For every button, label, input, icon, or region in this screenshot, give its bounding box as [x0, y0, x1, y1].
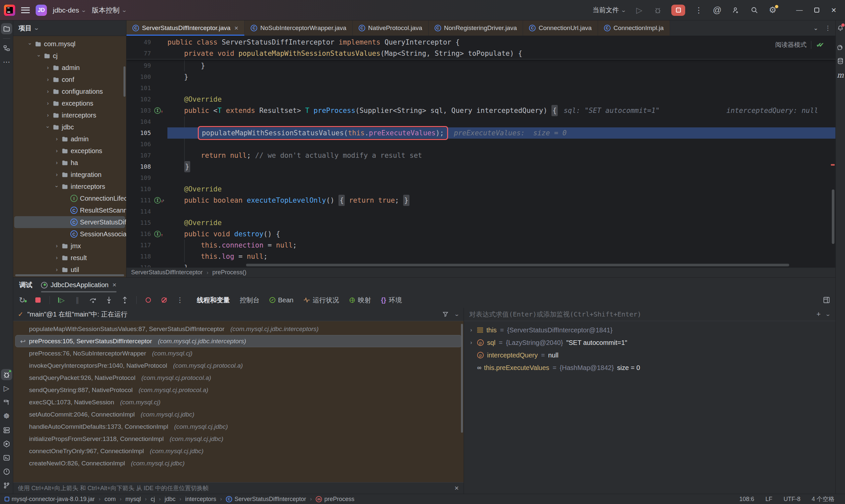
vcs-widget[interactable]: 版本控制 ⌄: [92, 6, 126, 15]
view-breakpoints-button[interactable]: [144, 295, 153, 305]
line-number[interactable]: 105: [126, 127, 152, 139]
step-over-button[interactable]: [89, 295, 98, 305]
services-tool-icon[interactable]: [1, 425, 12, 436]
override-marker-icon[interactable]: I↑: [154, 231, 161, 237]
line-number[interactable]: 115: [126, 217, 152, 229]
line-number[interactable]: 101: [126, 83, 152, 94]
expand-arrow-icon[interactable]: ›: [54, 255, 59, 261]
line-number[interactable]: 108: [126, 161, 152, 172]
tree-vertical-scrollbar[interactable]: [123, 66, 125, 97]
expand-arrow-icon[interactable]: ›: [46, 76, 50, 83]
tree-item-ServerStatusDiffInterceptor[interactable]: CServerStatusDiffInterceptor: [14, 216, 125, 228]
add-watch-icon[interactable]: +: [816, 310, 821, 319]
chevron-down-icon[interactable]: ⌄: [825, 311, 831, 317]
debug-view-tab-Bean[interactable]: Bean: [269, 296, 294, 304]
project-panel-header[interactable]: 项目 ⌄: [13, 20, 126, 36]
error-stripe-mark[interactable]: [831, 164, 835, 166]
line-number[interactable]: 103: [126, 105, 152, 116]
window-close-button[interactable]: ✕: [825, 5, 842, 16]
collapse-arrow-icon[interactable]: ›: [27, 41, 33, 46]
mute-breakpoints-button[interactable]: [160, 295, 169, 305]
override-marker-icon[interactable]: I↑: [154, 197, 161, 204]
status-widget[interactable]: LF: [765, 496, 772, 503]
collapse-arrow-icon[interactable]: ›: [54, 184, 60, 189]
main-menu-icon[interactable]: [21, 7, 30, 13]
stack-frame[interactable]: execSQL:1073, NativeSession(com.mysql.cj…: [15, 396, 462, 408]
line-number[interactable]: 99: [126, 60, 152, 71]
variable-row-sql[interactable]: ›psql = {LazyString@2040} "SET autocommi…: [465, 336, 834, 349]
tree-item-configurations[interactable]: ›configurations: [14, 86, 125, 97]
project-avatar[interactable]: JD: [36, 5, 47, 16]
line-number[interactable]: 77: [126, 48, 152, 59]
line-number[interactable]: 111: [126, 195, 152, 206]
tree-item-ResultSetScannerInterceptor[interactable]: CResultSetScannerInterceptor: [14, 204, 125, 216]
line-number[interactable]: 110: [126, 183, 152, 195]
debug-view-tab-线程和变量[interactable]: 线程和变量: [197, 296, 230, 305]
breadcrumb-item[interactable]: ServerStatusDiffInterceptor: [131, 269, 203, 276]
status-breadcrumb-item[interactable]: CServerStatusDiffInterceptor: [226, 496, 306, 503]
step-into-button[interactable]: [105, 295, 113, 305]
more-actions-icon[interactable]: ⋮: [694, 5, 704, 16]
debug-view-tab-控制台[interactable]: 控制台: [240, 296, 260, 305]
breadcrumb-item[interactable]: preProcess(): [212, 269, 246, 276]
status-breadcrumb-item[interactable]: jdbc: [164, 496, 175, 503]
debug-session-tab[interactable]: JdbcDesApplication ✕: [41, 277, 117, 292]
line-number[interactable]: 109: [126, 172, 152, 183]
project-switcher[interactable]: jdbc-des ⌄: [53, 6, 86, 14]
expand-arrow-icon[interactable]: ›: [46, 88, 50, 94]
window-minimize-button[interactable]: —: [791, 5, 808, 16]
frames-vertical-scrollbar[interactable]: [461, 324, 463, 433]
tree-item-result[interactable]: ›result: [14, 252, 125, 264]
stack-frame[interactable]: ↩preProcess:105, ServerStatusDiffInterce…: [15, 335, 462, 347]
maven-tool-icon[interactable]: m: [836, 69, 845, 80]
editor-tab[interactable]: CConnectionUrl.java: [523, 20, 598, 36]
collapse-arrow-icon[interactable]: ›: [36, 53, 42, 58]
line-number[interactable]: 119: [126, 262, 152, 267]
stack-frame[interactable]: sendQueryPacket:926, NativeProtocol(com.…: [15, 372, 462, 384]
tree-item-cj[interactable]: ›cj: [14, 50, 125, 62]
tree-item-ha[interactable]: ›ha: [14, 157, 125, 169]
project-tool-icon[interactable]: [1, 23, 12, 34]
expand-arrow-icon[interactable]: ›: [54, 172, 59, 178]
line-number[interactable]: 49: [126, 37, 152, 48]
editor-tab[interactable]: CServerStatusDiffInterceptor.java✕: [126, 20, 245, 36]
status-widget[interactable]: 4 个空格: [812, 495, 834, 503]
hidden-tabs-chevron-icon[interactable]: ⌄: [813, 24, 818, 32]
expand-arrow-icon[interactable]: ›: [54, 148, 59, 154]
tree-item-admin[interactable]: ›admin: [14, 62, 125, 74]
editor-horizontal-scrollbar[interactable]: [246, 264, 789, 266]
editor-vertical-scrollbar[interactable]: [832, 190, 834, 244]
status-breadcrumb-item[interactable]: cj: [151, 496, 155, 503]
expand-arrow-icon[interactable]: ›: [54, 160, 59, 166]
filter-funnel-icon[interactable]: [442, 311, 449, 318]
editor-tab[interactable]: CNoSubInterceptorWrapper.java: [245, 20, 353, 36]
pause-button[interactable]: ∥: [73, 295, 82, 305]
expand-arrow-icon[interactable]: ›: [46, 100, 50, 106]
status-widget[interactable]: UTF-8: [784, 496, 800, 503]
code-editor[interactable]: 阅读器模式 ✔✔ 49public class ServerStatusDiff…: [126, 36, 835, 267]
override-marker-icon[interactable]: I↑: [154, 107, 161, 114]
tree-horizontal-scrollbar[interactable]: [15, 274, 124, 276]
editor-tab[interactable]: CNonRegisteringDriver.java: [428, 20, 523, 36]
profiler-tool-icon[interactable]: [1, 438, 12, 450]
stack-frame[interactable]: handleAutoCommitDefaults:1373, Connectio…: [15, 420, 462, 433]
stack-frame[interactable]: invokeQueryInterceptorsPre:1040, NativeP…: [15, 359, 462, 372]
stack-frame[interactable]: createNewIO:826, ConnectionImpl(com.mysq…: [15, 457, 462, 469]
tree-item-util[interactable]: ›util: [14, 264, 125, 275]
expand-arrow-icon[interactable]: ›: [46, 112, 50, 118]
tree-item-jmx[interactable]: ›jmx: [14, 240, 125, 252]
variable-row-this.preExecuteValues[interactable]: ∞this.preExecuteValues = {HashMap@1842} …: [465, 361, 834, 374]
line-number[interactable]: 100: [126, 71, 152, 83]
tree-item-SessionAssociationInterceptor[interactable]: CSessionAssociationInterceptor: [14, 228, 125, 240]
terminal-tool-icon[interactable]: [1, 452, 12, 463]
stack-frame[interactable]: connectOneTryOnly:967, ConnectionImpl(co…: [15, 445, 462, 457]
stop-debug-button[interactable]: [34, 295, 42, 305]
resume-button[interactable]: ▷: [57, 295, 66, 305]
line-number[interactable]: 118: [126, 251, 152, 262]
build-tool-icon[interactable]: [1, 397, 12, 408]
notifications-bell-icon[interactable]: [836, 23, 845, 33]
stack-frame[interactable]: initializePropsFromServer:1318, Connecti…: [15, 433, 462, 445]
debug-view-tab-运行状况[interactable]: 运行状况: [303, 296, 339, 305]
expand-arrow-icon[interactable]: ›: [469, 327, 474, 333]
status-breadcrumb-item[interactable]: mysql-connector-java-8.0.19.jar: [5, 496, 95, 503]
